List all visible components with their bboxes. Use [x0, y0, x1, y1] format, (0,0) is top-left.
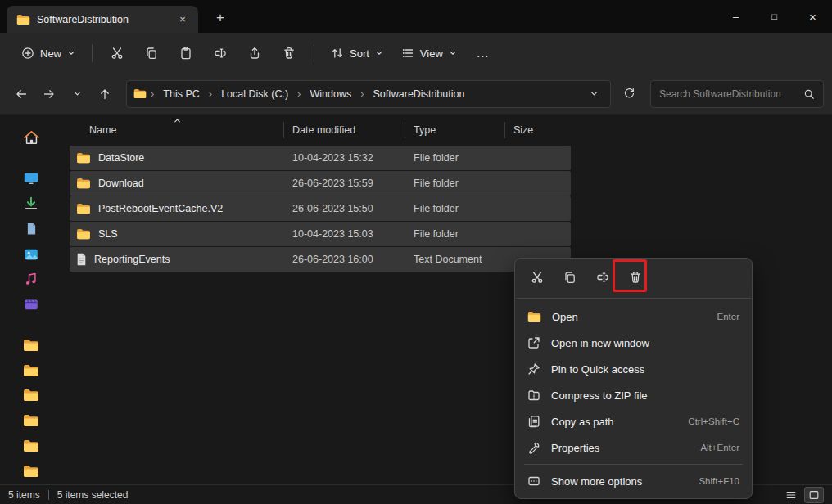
address-bar[interactable]: › This PC › Local Disk (C:) › Windows › …	[126, 80, 611, 108]
sidebar-item-folder-2[interactable]	[14, 358, 48, 382]
file-name-cell: PostRebootEventCache.V2	[70, 203, 284, 214]
minimize-button[interactable]: –	[717, 0, 755, 33]
table-row[interactable]: PostRebootEventCache.V2 26-06-2023 15:50…	[70, 196, 571, 221]
breadcrumb-softwaredistribution[interactable]: SoftwareDistribution	[369, 86, 470, 102]
table-row[interactable]: DataStore 10-04-2023 15:32 File folder	[70, 146, 571, 170]
view-button[interactable]: View	[393, 39, 465, 67]
folder-icon	[527, 311, 541, 322]
up-button[interactable]	[92, 81, 118, 107]
details-view-button[interactable]	[781, 487, 801, 503]
paste-button[interactable]	[170, 39, 202, 67]
close-button[interactable]: ×	[794, 0, 832, 33]
more-options-button[interactable]: …	[467, 39, 500, 67]
cut-button[interactable]	[101, 39, 133, 67]
search-box	[650, 80, 824, 108]
home-icon	[23, 129, 40, 146]
delete-button[interactable]	[620, 263, 651, 291]
sidebar-item-music[interactable]	[14, 268, 48, 291]
toolbar-separator	[92, 44, 93, 62]
sidebar-item-folder-3[interactable]	[14, 384, 48, 407]
context-menu: Open Enter Open in new window Pin to Qui…	[514, 258, 753, 499]
menu-item-compress-to-zip[interactable]: Compress to ZIP file	[519, 382, 748, 408]
file-name: DataStore	[98, 152, 144, 164]
table-row[interactable]: ReportingEvents 26-06-2023 16:00 Text Do…	[70, 247, 571, 272]
table-row[interactable]: SLS 10-04-2023 15:03 File folder	[70, 222, 571, 246]
chevron-down-icon	[449, 49, 457, 57]
copy-button[interactable]	[135, 39, 168, 67]
document-icon	[25, 222, 38, 236]
item-count: 5 items	[8, 489, 40, 501]
menu-item-label: Open in new window	[551, 337, 729, 349]
menu-item-open-in-new-window[interactable]: Open in new window	[519, 330, 748, 356]
delete-button[interactable]	[273, 39, 305, 67]
rename-button[interactable]	[587, 263, 618, 291]
file-name-cell: Download	[70, 178, 284, 189]
column-headers: Name Date modified Type Size	[70, 115, 571, 146]
column-header-type[interactable]: Type	[405, 122, 505, 138]
sidebar-item-videos[interactable]	[14, 293, 48, 317]
search-input[interactable]	[659, 88, 797, 100]
type-cell: File folder	[405, 203, 505, 214]
refresh-icon	[623, 88, 635, 100]
forward-button[interactable]	[36, 81, 62, 107]
breadcrumb-local-disk-c[interactable]: Local Disk (C:)	[216, 86, 293, 102]
folder-icon	[23, 364, 39, 377]
table-row[interactable]: Download 26-06-2023 15:59 File folder	[70, 171, 571, 196]
sort-button[interactable]: Sort	[323, 39, 391, 67]
address-dropdown-button[interactable]	[584, 84, 604, 104]
open-new-window-icon	[527, 336, 540, 349]
file-name-cell: ReportingEvents	[70, 253, 284, 266]
tab-close-button[interactable]: ×	[174, 11, 192, 29]
sidebar-item-home[interactable]	[14, 126, 48, 150]
rename-button[interactable]	[204, 39, 237, 67]
type-cell: File folder	[405, 228, 505, 240]
column-header-date-modified[interactable]: Date modified	[284, 122, 405, 138]
new-tab-button[interactable]: +	[208, 6, 233, 30]
copy-icon	[145, 47, 158, 60]
sidebar-item-desktop[interactable]	[14, 167, 48, 191]
maximize-button[interactable]: □	[755, 0, 794, 33]
copy-button[interactable]	[554, 263, 586, 291]
menu-item-show-more-options[interactable]: Show more options Shift+F10	[519, 468, 748, 494]
context-menu-divider	[524, 464, 743, 465]
new-button[interactable]: New	[13, 39, 84, 67]
more-options-icon	[527, 475, 540, 488]
search-icon	[803, 88, 815, 100]
toolbar-separator	[314, 44, 314, 62]
cut-button[interactable]	[522, 263, 553, 291]
chevron-down-icon	[67, 49, 75, 57]
sidebar-item-folder-4[interactable]	[14, 409, 48, 433]
file-explorer-window: SoftwareDistribution × + – □ × New	[0, 0, 832, 504]
sidebar-item-folder-5[interactable]	[14, 434, 48, 458]
type-cell: File folder	[405, 178, 505, 189]
menu-item-properties[interactable]: Properties Alt+Enter	[519, 434, 748, 461]
explorer-tab[interactable]: SoftwareDistribution ×	[7, 6, 198, 33]
scissors-icon	[111, 47, 124, 60]
recent-locations-button[interactable]	[64, 81, 90, 107]
sidebar-item-documents[interactable]	[14, 217, 48, 241]
menu-item-pin-to-quick-access[interactable]: Pin to Quick access	[519, 356, 748, 382]
menu-item-label: Pin to Quick access	[551, 363, 729, 376]
sidebar-item-folder-1[interactable]	[14, 334, 48, 358]
share-button[interactable]	[238, 39, 271, 67]
menu-item-label: Compress to ZIP file	[551, 389, 729, 402]
pictures-icon	[23, 246, 39, 263]
chevron-down-icon	[375, 49, 383, 57]
music-icon	[24, 272, 38, 286]
back-button[interactable]	[8, 81, 34, 107]
refresh-button[interactable]	[616, 81, 642, 107]
menu-item-label: Open	[552, 311, 707, 323]
file-name: ReportingEvents	[94, 254, 170, 265]
sidebar-item-downloads[interactable]	[14, 192, 48, 216]
file-list: Name Date modified Type Size DataStore 1…	[70, 115, 571, 272]
sidebar-item-folder-6[interactable]	[14, 459, 48, 483]
column-header-size[interactable]: Size	[505, 122, 571, 138]
menu-item-copy-as-path[interactable]: Copy as path Ctrl+Shift+C	[519, 408, 748, 434]
breadcrumb-this-pc[interactable]: This PC	[158, 86, 204, 102]
breadcrumb-windows[interactable]: Windows	[305, 86, 356, 102]
menu-item-open[interactable]: Open Enter	[519, 304, 748, 330]
thumbnail-view-button[interactable]	[804, 487, 824, 503]
sidebar-item-pictures[interactable]	[14, 242, 48, 266]
menu-item-shortcut: Shift+F10	[699, 476, 739, 486]
arrow-right-icon	[43, 88, 56, 101]
